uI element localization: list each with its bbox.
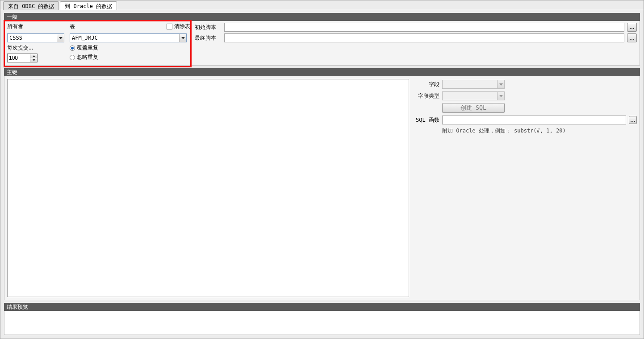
owner-value: CSSS — [8, 34, 57, 42]
dup-overwrite-label: 覆盖重复 — [77, 44, 98, 52]
final-script-input[interactable] — [224, 33, 624, 42]
final-script-label: 最终脚本 — [195, 34, 222, 41]
create-sql-button[interactable]: 创建 SQL — [442, 103, 505, 113]
tab-to-oracle[interactable]: 到 Oracle 的数据 — [60, 1, 117, 10]
dup-ignore-radio[interactable]: 忽略重复 — [70, 54, 98, 61]
field-dropdown[interactable] — [442, 80, 505, 89]
initial-script-input[interactable] — [224, 23, 624, 32]
sql-func-input[interactable] — [442, 116, 626, 124]
advanced-panel: 字段 字段类型 创建 SQL SQL 函数 … — [4, 76, 640, 300]
final-script-browse-button[interactable]: … — [627, 33, 637, 42]
tab-from-odbc[interactable]: 来自 ODBC 的数据 — [3, 1, 59, 10]
section-advanced-header: 主键 — [4, 68, 640, 76]
table-dropdown[interactable]: AFM_JMJC — [70, 33, 187, 42]
field-type-dropdown[interactable] — [442, 91, 505, 100]
chevron-down-icon — [497, 80, 504, 88]
chevron-down-icon — [497, 92, 504, 100]
commit-label: 每次提交... — [7, 44, 70, 51]
chevron-down-icon — [57, 34, 64, 42]
owner-dropdown[interactable]: CSSS — [7, 33, 64, 42]
sql-func-browse-button[interactable]: … — [629, 116, 637, 124]
chevron-down-icon — [179, 34, 186, 42]
right-pane: 字段 字段类型 创建 SQL SQL 函数 … — [414, 79, 637, 297]
clear-table-label: 清除表 — [174, 23, 190, 30]
initial-script-label: 初始脚本 — [195, 24, 222, 31]
commit-value-input[interactable] — [8, 54, 30, 62]
field-type-label: 字段类型 — [414, 92, 439, 100]
initial-script-browse-button[interactable]: … — [627, 23, 637, 32]
dup-overwrite-radio[interactable]: 覆盖重复 — [70, 44, 98, 52]
commit-spinner[interactable] — [7, 54, 38, 62]
dup-ignore-label: 忽略重复 — [77, 54, 98, 61]
spinner-down-icon[interactable] — [30, 58, 37, 62]
tab-bar: 来自 ODBC 的数据 到 Oracle 的数据 — [0, 0, 644, 10]
section-result-preview-header: 结果预览 — [4, 303, 640, 311]
table-label: 表 — [70, 23, 75, 30]
result-preview-area — [4, 311, 640, 335]
general-panel: 所有者 表 清除表 初始脚本 … CSSS — [4, 21, 640, 66]
spinner-up-icon[interactable] — [30, 54, 37, 58]
section-general-header: 一般 — [4, 13, 640, 21]
main-textarea[interactable] — [7, 79, 409, 297]
table-value: AFM_JMJC — [70, 34, 179, 42]
sql-func-hint: 附加 Oracle 处理，例如： substr(#, 1, 20) — [442, 127, 637, 135]
clear-table-checkbox[interactable] — [167, 24, 172, 29]
sql-func-label: SQL 函数 — [414, 116, 439, 124]
owner-label: 所有者 — [7, 23, 70, 30]
field-label: 字段 — [414, 81, 439, 88]
